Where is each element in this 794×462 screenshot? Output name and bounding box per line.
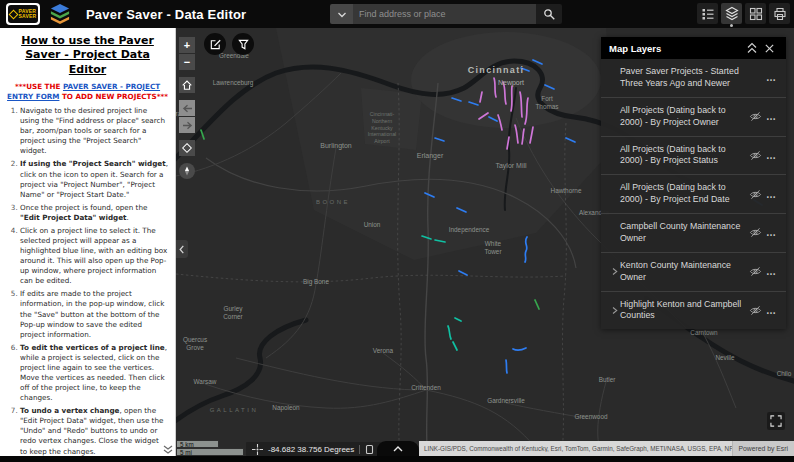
map-layers-header: Map Layers bbox=[601, 37, 786, 59]
map-navigation-tools: + − bbox=[179, 37, 195, 180]
crosshair-icon[interactable] bbox=[252, 444, 263, 455]
instruction-step: If using the "Project Search" widget, cl… bbox=[20, 159, 168, 199]
svg-text:Verona: Verona bbox=[373, 347, 394, 354]
panel-close-button[interactable] bbox=[761, 43, 778, 54]
app-header: PAVER SAVER Paver Saver - Data Editor bbox=[0, 0, 794, 28]
double-chevron-up-icon bbox=[746, 42, 758, 54]
instruction-step: Navigate to the desired project line usi… bbox=[20, 106, 168, 156]
paver-saver-logo: PAVER SAVER bbox=[6, 3, 40, 25]
eye-slash-icon[interactable] bbox=[749, 150, 766, 161]
svg-text:Greenwood: Greenwood bbox=[574, 413, 607, 420]
layer-row[interactable]: All Projects (Dating back to 2000) - By … bbox=[601, 97, 786, 136]
scroll-down-icon[interactable] bbox=[163, 445, 173, 454]
search-icon bbox=[543, 8, 556, 21]
search-input[interactable] bbox=[353, 4, 536, 24]
layers-icon bbox=[725, 6, 739, 21]
sidebar-collapse-button[interactable] bbox=[176, 240, 188, 258]
layer-row[interactable]: Paver Saver Projects - Started Three Yea… bbox=[601, 59, 786, 97]
panel-title: Map Layers bbox=[609, 43, 743, 54]
svg-text:GurleyCorner: GurleyCorner bbox=[223, 305, 243, 320]
svg-text:GALLATIN: GALLATIN bbox=[210, 407, 259, 413]
legend-button[interactable] bbox=[697, 3, 718, 24]
layer-options-button[interactable]: … bbox=[766, 227, 777, 238]
instructions-sidebar: How to use the Paver Saver - Project Dat… bbox=[0, 28, 176, 456]
layer-row[interactable]: All Projects (Dating back to 2000) - By … bbox=[601, 174, 786, 213]
print-icon bbox=[773, 7, 787, 21]
app-title: Paver Saver - Data Editor bbox=[86, 7, 246, 22]
svg-text:Warsaw: Warsaw bbox=[194, 378, 217, 385]
copy-coordinates-icon[interactable] bbox=[365, 444, 374, 455]
svg-text:Carntown: Carntown bbox=[690, 329, 718, 336]
panel-collapse-button[interactable] bbox=[743, 42, 761, 54]
locate-button[interactable] bbox=[179, 140, 195, 156]
next-extent-button[interactable] bbox=[179, 117, 195, 133]
compass-button[interactable] bbox=[179, 163, 195, 179]
layer-expand-icon[interactable] bbox=[610, 267, 620, 276]
locate-diamond-icon bbox=[181, 142, 193, 154]
home-button[interactable] bbox=[179, 77, 195, 93]
svg-text:WhiteTower: WhiteTower bbox=[484, 240, 502, 255]
print-button[interactable] bbox=[769, 3, 790, 24]
layer-options-button[interactable]: … bbox=[766, 305, 777, 316]
instruction-step: If edits are made to the project informa… bbox=[20, 289, 168, 339]
eye-slash-icon[interactable] bbox=[749, 227, 766, 238]
layer-row[interactable]: Campbell County Maintenance Owner… bbox=[601, 213, 786, 252]
layer-options-button[interactable]: … bbox=[766, 150, 777, 161]
attribution-text: LINK-GIS/PDS, Commonwealth of Kentucky, … bbox=[419, 445, 732, 452]
search-button[interactable] bbox=[536, 4, 562, 24]
edit-icon bbox=[209, 38, 222, 51]
instruction-step: To edit the vertices of a project line, … bbox=[20, 343, 168, 403]
layer-options-button[interactable]: … bbox=[766, 72, 777, 83]
svg-text:Union: Union bbox=[364, 221, 381, 228]
svg-text:Newport: Newport bbox=[498, 79, 524, 87]
layer-row[interactable]: All Projects (Dating back to 2000) - By … bbox=[601, 136, 786, 175]
close-icon bbox=[764, 43, 775, 54]
svg-text:Chilo: Chilo bbox=[777, 370, 792, 377]
eye-slash-icon[interactable] bbox=[749, 305, 766, 316]
layer-options-button[interactable]: … bbox=[766, 189, 777, 200]
active-widget-dot bbox=[730, 24, 733, 27]
eye-slash-icon[interactable] bbox=[749, 266, 766, 277]
attribution-toggle-button[interactable] bbox=[377, 441, 419, 456]
layer-options-button[interactable]: … bbox=[766, 111, 777, 122]
svg-text:Gardnersville: Gardnersville bbox=[487, 397, 525, 404]
svg-text:Crittenden: Crittenden bbox=[411, 384, 441, 391]
edit-widget-button[interactable] bbox=[204, 33, 226, 55]
previous-extent-button[interactable] bbox=[179, 100, 195, 116]
svg-text:Neville: Neville bbox=[715, 354, 735, 361]
layer-name: Campbell County Maintenance Owner bbox=[620, 221, 749, 245]
compass-needle-icon bbox=[181, 165, 193, 177]
svg-text:Taylor Mill: Taylor Mill bbox=[495, 162, 527, 170]
layer-row[interactable]: Highlight Kenton and Campbell Counties… bbox=[601, 291, 786, 330]
svg-text:Erlanger: Erlanger bbox=[417, 152, 444, 160]
layers-button[interactable] bbox=[721, 3, 742, 24]
fullscreen-button[interactable] bbox=[767, 412, 785, 430]
search-source-dropdown[interactable] bbox=[330, 4, 353, 24]
diamond-sign-icon bbox=[8, 9, 18, 19]
layer-name: All Projects (Dating back to 2000) - By … bbox=[620, 182, 749, 206]
fullscreen-icon bbox=[770, 415, 782, 427]
instruction-step: Click on a project line to select it. Th… bbox=[20, 226, 168, 286]
sidebar-notice[interactable]: ***USE THE PAVER SAVER - PROJECT ENTRY F… bbox=[7, 82, 168, 102]
zoom-in-button[interactable]: + bbox=[179, 37, 195, 53]
chevron-up-icon bbox=[392, 445, 404, 453]
svg-text:BOONE: BOONE bbox=[316, 199, 350, 205]
svg-text:Hawthorne: Hawthorne bbox=[551, 187, 582, 194]
eye-slash-icon[interactable] bbox=[749, 189, 766, 200]
layer-row[interactable]: Kenton County Maintenance Owner… bbox=[601, 252, 786, 291]
zoom-out-button[interactable]: − bbox=[179, 54, 195, 70]
header-toolbar bbox=[697, 3, 790, 24]
layer-expand-icon[interactable] bbox=[610, 306, 620, 315]
layer-options-button[interactable]: … bbox=[766, 266, 777, 277]
layer-name: All Projects (Dating back to 2000) - By … bbox=[620, 144, 749, 168]
scale-bar-mi: 5 mi bbox=[176, 448, 244, 456]
chevron-left-icon bbox=[177, 244, 186, 255]
filter-widget-button[interactable] bbox=[232, 33, 254, 55]
eye-slash-icon[interactable] bbox=[749, 111, 766, 122]
basemap-gallery-button[interactable] bbox=[745, 3, 766, 24]
svg-text:Butler: Butler bbox=[599, 376, 617, 383]
app-window: PAVER SAVER Paver Saver - Data Editor bbox=[0, 0, 794, 462]
attribution-bar: LINK-GIS/PDS, Commonwealth of Kentucky, … bbox=[419, 441, 794, 456]
layer-list: Paver Saver Projects - Started Three Yea… bbox=[601, 59, 786, 329]
filter-funnel-icon bbox=[237, 38, 250, 51]
